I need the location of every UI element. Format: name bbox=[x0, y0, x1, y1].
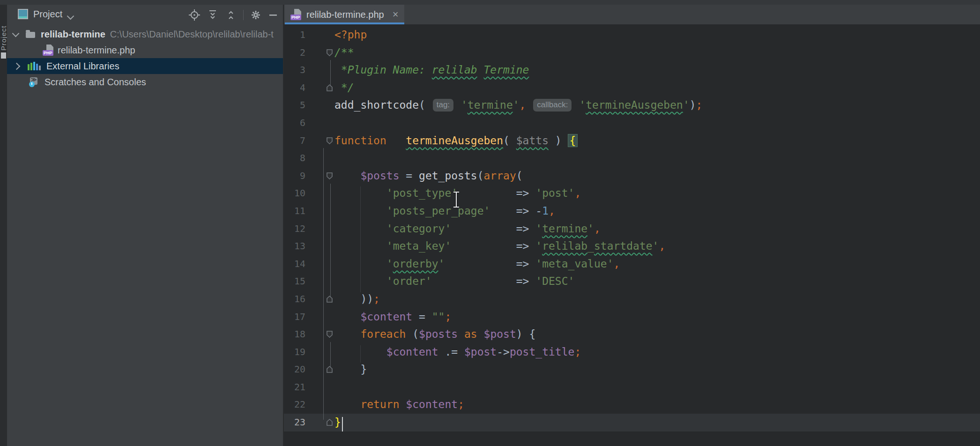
code-line-23[interactable]: 23} bbox=[284, 414, 980, 431]
fold-start-icon[interactable] bbox=[326, 172, 333, 180]
tree-item-relilab-termine[interactable]: relilab-termine C:\Users\Daniel\Desktop\… bbox=[7, 26, 283, 42]
panel-title: Project bbox=[33, 9, 62, 20]
code-text[interactable]: 'post_type' => 'post', bbox=[334, 185, 581, 202]
chevron-down-icon[interactable] bbox=[12, 30, 20, 37]
fold-end-icon[interactable] bbox=[326, 418, 333, 426]
code-text[interactable]: <?php bbox=[334, 26, 367, 44]
project-panel-header: Project bbox=[7, 5, 283, 25]
code-text[interactable]: 'orderby' => 'meta_value', bbox=[334, 255, 620, 273]
expand-all-icon[interactable] bbox=[207, 9, 219, 21]
code-text[interactable]: $content .= $post->post_title; bbox=[334, 343, 581, 361]
code-text[interactable]: *Plugin Name: relilab Termine bbox=[334, 61, 529, 79]
tree-item-label: Scratches and Consoles bbox=[45, 77, 146, 88]
fold-end-icon[interactable] bbox=[326, 365, 333, 373]
tab-label: relilab-termine.php bbox=[306, 9, 384, 20]
php-file-icon: PHP bbox=[43, 45, 54, 56]
parameter-hint-badge: tag: bbox=[433, 99, 453, 112]
tree-item-path: C:\Users\Daniel\Desktop\relilab\relilab-… bbox=[110, 29, 274, 40]
fold-end-icon[interactable] bbox=[326, 295, 333, 303]
code-text[interactable]: /** bbox=[334, 44, 354, 62]
line-number: 23 bbox=[284, 414, 305, 431]
tab-relilab-termine-php[interactable]: PHP relilab-termine.php × bbox=[285, 5, 404, 24]
fold-range-line bbox=[330, 342, 331, 367]
code-line-5[interactable]: 5add_shortcode( tag: 'termine', callback… bbox=[284, 97, 980, 114]
code-text[interactable]: 'posts_per_page' => -1, bbox=[334, 202, 555, 220]
project-view-icon bbox=[18, 9, 28, 19]
code-line-3[interactable]: 3 *Plugin Name: relilab Termine bbox=[284, 61, 980, 79]
code-line-11[interactable]: 11 'posts_per_page' => -1, bbox=[284, 202, 980, 220]
line-number: 1 bbox=[284, 26, 305, 44]
close-icon[interactable]: × bbox=[393, 10, 399, 19]
code-text[interactable]: $content = ""; bbox=[334, 308, 451, 326]
chevron-right-icon[interactable] bbox=[13, 62, 21, 70]
line-number: 16 bbox=[284, 290, 305, 308]
line-number: 13 bbox=[284, 238, 305, 255]
code-lines[interactable]: 1<?php2/**3 *Plugin Name: relilab Termin… bbox=[284, 26, 980, 431]
line-number: 18 bbox=[284, 326, 305, 343]
collapse-all-icon[interactable] bbox=[225, 9, 237, 21]
code-line-7[interactable]: 7function termineAusgeben( $atts ) { bbox=[284, 132, 980, 150]
code-line-15[interactable]: 15 'order' => 'DESC' bbox=[284, 273, 980, 290]
code-line-8[interactable]: 8 bbox=[284, 149, 980, 167]
code-line-20[interactable]: 20 } bbox=[284, 361, 980, 379]
parameter-hint-badge: callback: bbox=[533, 99, 572, 112]
tool-window-bar: Project bbox=[0, 5, 7, 446]
code-text[interactable]: )); bbox=[334, 290, 380, 308]
line-number: 9 bbox=[284, 167, 305, 185]
fold-end-icon[interactable] bbox=[326, 84, 333, 92]
code-line-22[interactable]: 22 return $content; bbox=[284, 396, 980, 414]
fold-start-icon[interactable] bbox=[326, 49, 333, 57]
code-text[interactable]: add_shortcode( tag: 'termine', callback:… bbox=[334, 97, 702, 114]
code-text[interactable]: } bbox=[334, 361, 367, 379]
fold-start-icon[interactable] bbox=[326, 330, 333, 338]
code-editor[interactable]: 1<?php2/**3 *Plugin Name: relilab Termin… bbox=[283, 24, 980, 446]
line-number: 11 bbox=[284, 202, 305, 220]
line-number: 12 bbox=[284, 220, 305, 238]
code-text[interactable]: foreach ($posts as $post) { bbox=[334, 326, 535, 343]
code-text[interactable]: } bbox=[334, 414, 341, 431]
code-line-18[interactable]: 18 foreach ($posts as $post) { bbox=[284, 326, 980, 343]
code-text[interactable]: 'meta_key' => 'relilab_startdate', bbox=[334, 238, 665, 255]
code-line-13[interactable]: 13 'meta_key' => 'relilab_startdate', bbox=[284, 238, 980, 255]
code-line-2[interactable]: 2/** bbox=[284, 44, 980, 62]
tree-item-relilab-termine-php[interactable]: PHP relilab-termine.php bbox=[7, 42, 283, 58]
code-line-1[interactable]: 1<?php bbox=[284, 26, 980, 44]
code-line-16[interactable]: 16 )); bbox=[284, 290, 980, 308]
ide-window: Project Project bbox=[0, 0, 980, 446]
code-line-21[interactable]: 21 bbox=[284, 379, 980, 396]
chevron-down-icon[interactable] bbox=[68, 12, 73, 21]
tree-item-scratches[interactable]: Scratches and Consoles bbox=[7, 74, 283, 90]
line-number: 21 bbox=[284, 379, 305, 396]
code-line-4[interactable]: 4 */ bbox=[284, 79, 980, 97]
line-number: 2 bbox=[284, 44, 305, 62]
window-top-strip bbox=[0, 0, 980, 5]
tree-item-external-libraries[interactable]: External Libraries bbox=[7, 58, 283, 74]
line-number: 10 bbox=[284, 185, 305, 202]
code-text[interactable]: $posts = get_posts(array( bbox=[334, 167, 523, 185]
code-line-12[interactable]: 12 'category' => 'termine', bbox=[284, 220, 980, 238]
code-line-17[interactable]: 17 $content = ""; bbox=[284, 308, 980, 326]
code-line-9[interactable]: 9 $posts = get_posts(array( bbox=[284, 167, 980, 185]
code-line-6[interactable]: 6 bbox=[284, 114, 980, 132]
fold-start-icon[interactable] bbox=[326, 137, 333, 145]
code-line-19[interactable]: 19 $content .= $post->post_title; bbox=[284, 343, 980, 361]
code-text[interactable]: return $content; bbox=[334, 396, 464, 414]
settings-icon[interactable] bbox=[250, 9, 262, 21]
code-text[interactable]: function termineAusgeben( $atts ) { bbox=[334, 132, 577, 150]
code-text[interactable]: */ bbox=[334, 79, 354, 97]
fold-range-line bbox=[323, 148, 324, 420]
code-line-10[interactable]: 10 'post_type' => 'post', bbox=[284, 185, 980, 202]
hide-icon[interactable] bbox=[268, 9, 278, 21]
line-number: 7 bbox=[284, 132, 305, 150]
code-text[interactable]: 'category' => 'termine', bbox=[334, 220, 601, 238]
code-line-14[interactable]: 14 'orderby' => 'meta_value', bbox=[284, 255, 980, 273]
line-number: 4 bbox=[284, 79, 305, 97]
code-text[interactable]: 'order' => 'DESC' bbox=[334, 273, 574, 290]
line-number: 5 bbox=[284, 97, 305, 114]
project-stripe-button[interactable]: Project bbox=[0, 7, 7, 51]
line-number: 17 bbox=[284, 308, 305, 326]
locate-icon[interactable] bbox=[188, 9, 200, 21]
line-number: 3 bbox=[284, 61, 305, 79]
text-caret bbox=[342, 417, 343, 431]
tool-window-icon[interactable] bbox=[1, 52, 6, 59]
